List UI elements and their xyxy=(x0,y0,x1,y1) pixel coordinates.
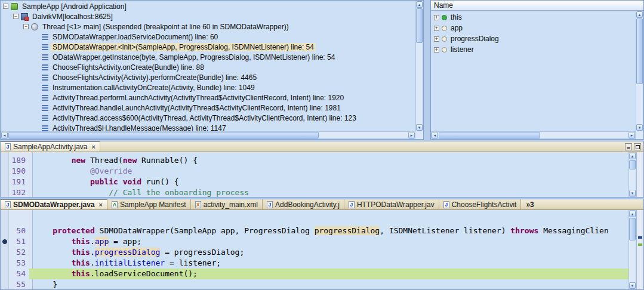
annotation-margin[interactable] xyxy=(1,247,9,258)
variables-name-column-header[interactable]: Name xyxy=(431,1,643,11)
scroll-down-button[interactable]: ▼ xyxy=(629,282,636,289)
collapse-toggle[interactable]: − xyxy=(23,24,29,29)
editor-vertical-scrollbar[interactable]: ▲ ▼ xyxy=(628,210,636,289)
scrollbar-thumb[interactable] xyxy=(8,132,319,138)
code-text[interactable]: this.initialListener = listener; xyxy=(29,258,629,269)
breakpoint-icon[interactable] xyxy=(2,239,7,244)
code-line[interactable]: 189 new Thread(new Runnable() { xyxy=(1,155,629,166)
minimize-button[interactable] xyxy=(625,143,632,150)
tree-row[interactable]: SDMODataWrapper.<init>(SampleApp, Progre… xyxy=(1,42,415,52)
code-line[interactable]: 191 public void run() { xyxy=(1,177,629,187)
variable-row[interactable]: +app xyxy=(431,23,636,33)
tree-row[interactable]: ActivityThread.access$600(ActivityThread… xyxy=(1,113,415,123)
scroll-down-button[interactable]: ▼ xyxy=(416,124,423,131)
code-text[interactable]: this.app = app; xyxy=(29,236,629,247)
code-text[interactable]: public void run() { xyxy=(29,177,629,187)
annotation-margin[interactable] xyxy=(1,258,9,269)
variable-row[interactable]: +this xyxy=(431,12,636,23)
scrollbar-thumb[interactable] xyxy=(439,132,540,138)
code-line[interactable]: 190 @Override xyxy=(1,166,629,177)
tab-overflow-chevron[interactable]: »3 xyxy=(521,199,538,209)
editor-tab[interactable]: JSDMODataWrapper.java× xyxy=(1,199,107,209)
line-number[interactable]: 52 xyxy=(9,247,29,258)
expand-toggle[interactable]: + xyxy=(434,26,439,31)
code-text[interactable]: new Thread(new Runnable() { xyxy=(29,155,629,166)
editor-tab[interactable]: JChooseFlightsActivit xyxy=(439,199,522,209)
variable-row[interactable]: +listener xyxy=(431,44,636,55)
variables-horizontal-scrollbar[interactable]: ◄ ► xyxy=(431,131,636,139)
close-tab-icon[interactable]: × xyxy=(99,201,103,208)
code-line[interactable]: 192 // Call the onboarding process xyxy=(1,187,629,197)
maximize-button[interactable] xyxy=(634,143,641,150)
tree-row[interactable]: SDMODataWrapper.loadServiceDocument() li… xyxy=(1,32,415,42)
tree-row[interactable]: ActivityThread.performLaunchActivity(Act… xyxy=(1,92,415,103)
scrollbar-thumb[interactable] xyxy=(416,8,423,43)
expand-toggle[interactable]: + xyxy=(434,15,439,20)
debug-horizontal-scrollbar[interactable]: ◄ ► xyxy=(1,131,415,139)
scrollbar-thumb[interactable] xyxy=(629,160,636,169)
code-line[interactable]: 52 this.progressDialog = progressDialog; xyxy=(1,247,629,258)
line-number[interactable]: 51 xyxy=(9,236,29,247)
expand-toggle[interactable]: + xyxy=(434,47,439,53)
tree-row[interactable]: −SampleApp [Android Application] xyxy=(1,1,415,11)
editor-tab[interactable]: J SampleAppActivity.java × xyxy=(1,141,100,152)
tree-row[interactable]: ChooseFlightsActivity(Activity).performC… xyxy=(1,72,415,82)
code-text[interactable]: protected SDMODataWrapper(SampleApp app,… xyxy=(29,226,629,236)
scroll-right-button[interactable]: ► xyxy=(628,132,635,138)
annotation-margin[interactable] xyxy=(1,226,9,236)
scrollbar-thumb[interactable] xyxy=(629,218,636,240)
editor-tab[interactable]: ASampleApp Manifest xyxy=(107,199,191,209)
scroll-up-button[interactable]: ▲ xyxy=(629,211,636,217)
line-number[interactable]: 191 xyxy=(9,177,29,187)
code-text[interactable]: @Override xyxy=(29,166,629,177)
code-area-bottom[interactable]: 50 protected SDMODataWrapper(SampleApp a… xyxy=(1,226,629,289)
tree-row[interactable]: ODataWrapper.getInstance(byte, SampleApp… xyxy=(1,52,415,62)
line-number[interactable]: 54 xyxy=(9,269,29,279)
breakpoint-mark[interactable] xyxy=(638,236,642,239)
tree-row[interactable]: −DalvikVM[localhost:8625] xyxy=(1,11,415,21)
code-line[interactable]: 50 protected SDMODataWrapper(SampleApp a… xyxy=(1,226,629,236)
code-editor[interactable]: 189 new Thread(new Runnable() {190 @Over… xyxy=(1,152,643,197)
editor-tab[interactable]: Xactivity_main.xml xyxy=(191,199,263,209)
code-line[interactable]: 51 this.app = app; xyxy=(1,236,629,247)
tree-row[interactable]: ChooseFlightsActivity.onCreate(Bundle) l… xyxy=(1,62,415,72)
collapse-toggle[interactable]: − xyxy=(3,4,8,9)
annotation-margin[interactable] xyxy=(1,187,9,197)
code-line[interactable]: 53 this.initialListener = listener; xyxy=(1,258,629,269)
scroll-down-button[interactable]: ▼ xyxy=(629,190,636,196)
tree-row[interactable]: −Thread [<1> main] (Suspended (breakpoin… xyxy=(1,21,415,32)
line-number[interactable]: 53 xyxy=(9,258,29,269)
overview-ruler[interactable] xyxy=(636,152,643,197)
expand-toggle[interactable]: + xyxy=(434,36,439,42)
annotation-margin[interactable] xyxy=(1,166,9,177)
scrollbar-thumb[interactable] xyxy=(636,18,643,84)
code-line[interactable]: 54 this.loadServiceDocument(); xyxy=(1,269,629,279)
annotation-margin[interactable] xyxy=(1,279,9,289)
line-number[interactable]: 50 xyxy=(9,226,29,236)
tree-row[interactable]: Instrumentation.callActivityOnCreate(Act… xyxy=(1,82,415,92)
close-tab-icon[interactable]: × xyxy=(92,143,95,150)
code-line[interactable]: 55 } xyxy=(1,279,629,289)
code-text[interactable]: } xyxy=(29,279,629,289)
collapse-toggle[interactable]: − xyxy=(13,14,19,19)
code-text[interactable]: this.progressDialog = progressDialog; xyxy=(29,247,629,258)
line-number[interactable]: 189 xyxy=(9,155,29,166)
scroll-up-button[interactable]: ▲ xyxy=(629,153,636,159)
scroll-up-button[interactable]: ▲ xyxy=(416,1,423,8)
editor-vertical-scrollbar[interactable]: ▲ ▼ xyxy=(628,152,636,197)
code-text[interactable]: // Call the onboarding process xyxy=(29,187,629,197)
annotation-margin[interactable] xyxy=(1,155,9,166)
line-number[interactable]: 190 xyxy=(9,166,29,177)
scroll-up-button[interactable]: ▲ xyxy=(636,11,643,18)
variable-row[interactable]: +progressDialog xyxy=(431,33,636,44)
code-editor[interactable]: 50 protected SDMODataWrapper(SampleApp a… xyxy=(1,210,643,289)
annotation-margin[interactable] xyxy=(1,236,9,247)
annotation-margin[interactable] xyxy=(1,177,9,187)
tree-row[interactable]: ActivityThread$H.handleMessage(Message) … xyxy=(1,123,415,131)
current-line-mark[interactable] xyxy=(638,243,642,246)
editor-tab[interactable]: JHTTPODataWrapper.jav xyxy=(344,199,439,209)
scroll-left-button[interactable]: ◄ xyxy=(1,132,8,138)
code-text[interactable]: this.loadServiceDocument(); xyxy=(29,269,629,279)
code-area-middle[interactable]: 189 new Thread(new Runnable() {190 @Over… xyxy=(1,155,629,197)
annotation-margin[interactable] xyxy=(1,269,9,279)
